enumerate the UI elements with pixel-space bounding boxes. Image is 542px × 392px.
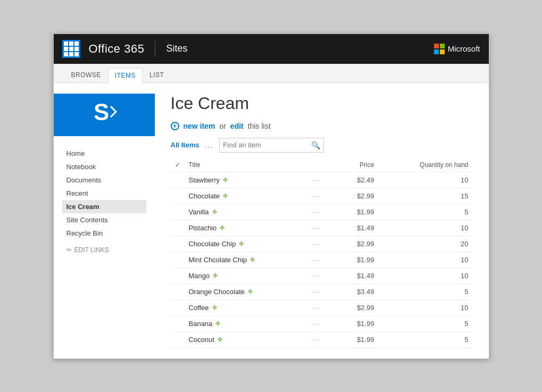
row-quantity-8: 10 [378,299,472,315]
item-name-text-3: Pistachio [189,224,217,232]
row-ellipsis-9[interactable]: ··· [308,315,336,331]
row-quantity-3: 10 [378,220,472,236]
sidebar-item-ice-cream[interactable]: Ice Cream [62,200,146,213]
item-edit-icon-0[interactable]: ✤ [223,177,228,184]
sidebar-item-recycle-bin[interactable]: Recycle Bin [62,227,146,240]
pencil-icon: ✏ [66,246,72,254]
item-name-text-2: Vanilla [189,208,209,216]
item-edit-icon-6[interactable]: ✤ [213,272,218,279]
item-name-text-7: Orange Chocolate [189,288,245,296]
row-title-5: Mint Chcolate Chip ✤ [185,252,308,268]
table-row: Coconut ✤ ··· $1.99 5 [171,331,473,347]
row-quantity-7: 5 [378,283,472,299]
tab-browse[interactable]: BROWSE [64,68,108,82]
row-title-8: Coffee ✤ [185,299,308,315]
all-items-view[interactable]: All Items [171,141,199,149]
row-title-7: Orange Chocolate ✤ [185,283,308,299]
row-check-8 [171,299,185,315]
new-item-bar: + new item or edit this list [171,122,473,130]
row-ellipsis-6[interactable]: ··· [308,268,336,283]
item-name-text-5: Mint Chcolate Chip [189,256,247,264]
table-row: Coffee ✤ ··· $2.99 10 [171,299,473,315]
item-edit-icon-4[interactable]: ✤ [239,240,244,247]
app-title: Office 365 [89,42,145,56]
sidebar-item-notebook[interactable]: Notebook [62,160,146,173]
row-ellipsis-10[interactable]: ··· [308,331,336,347]
check-column-header: ✓ [171,158,185,172]
new-item-button[interactable]: new item [184,122,215,130]
title-column-header: Title [185,158,308,172]
item-edit-icon-1[interactable]: ✤ [223,193,228,199]
row-title-4: Chocolate Chip ✤ [185,236,308,252]
item-name-text-4: Chocolate Chip [189,240,236,248]
new-item-plus-icon: + [171,122,179,130]
item-edit-icon-8[interactable]: ✤ [212,304,217,311]
row-check-9 [171,315,185,331]
row-check-3 [171,220,185,236]
item-edit-icon-10[interactable]: ✤ [218,336,222,343]
content-area: Ice Cream + new item or edit this list A… [155,83,489,358]
edit-links-button[interactable]: ✏ EDIT LINKS [62,240,146,260]
table-row: Stawberry ✤ ··· $2.49 10 [171,172,473,188]
sidebar-item-recent[interactable]: Recent [62,187,146,200]
row-price-6: $1.49 [336,268,378,283]
price-column-header: Price [336,158,378,172]
table-row: Vanilla ✤ ··· $1.99 5 [171,204,473,220]
row-quantity-6: 10 [378,268,472,283]
row-price-3: $1.49 [336,220,378,236]
item-edit-icon-2[interactable]: ✤ [212,208,217,215]
sidebar-item-documents[interactable]: Documents [62,173,146,187]
view-options-button[interactable]: ... [205,141,214,149]
row-price-8: $2.99 [336,299,378,315]
sidebar-nav: Home Notebook Documents Recent Ice Cream… [54,147,155,260]
topbar: Office 365 Sites Microsoft [54,34,489,64]
item-edit-icon-9[interactable]: ✤ [215,320,220,327]
row-quantity-0: 10 [378,172,472,188]
row-quantity-10: 5 [378,331,472,347]
item-name-text-10: Coconut [189,336,214,344]
item-edit-icon-3[interactable]: ✤ [220,224,224,231]
app-window: Office 365 Sites Microsoft BROWSE ITEMS … [53,34,489,359]
waffle-button[interactable] [62,40,80,58]
row-title-10: Coconut ✤ [185,331,308,347]
row-title-6: Mango ✤ [185,268,308,283]
row-price-10: $1.99 [336,331,378,347]
table-row: Chocolate Chip ✤ ··· $2.99 20 [171,236,473,252]
or-text: or [219,122,226,130]
search-box: 🔍 [219,138,324,153]
main-layout: S Home Notebook Documents Recent Ice Cre… [54,83,489,358]
sidebar-item-site-contents[interactable]: Site Contents [62,213,146,227]
item-name-text-0: Stawberry [189,176,220,184]
item-name-text-6: Mango [189,272,210,280]
row-check-0 [171,172,185,188]
tab-items[interactable]: ITEMS [108,68,143,83]
tab-list[interactable]: LIST [143,68,171,82]
table-row: Banana ✤ ··· $1.99 5 [171,315,473,331]
quantity-column-header: Quantity on hand [378,158,472,172]
item-edit-icon-5[interactable]: ✤ [250,256,255,263]
item-name-text-9: Banana [189,320,213,328]
row-ellipsis-0[interactable]: ··· [308,172,336,188]
row-ellipsis-1[interactable]: ··· [308,188,336,204]
row-check-4 [171,236,185,252]
row-ellipsis-3[interactable]: ··· [308,220,336,236]
edit-list-link[interactable]: edit [230,122,244,130]
search-input[interactable] [223,141,308,149]
search-icon[interactable]: 🔍 [311,141,320,149]
row-ellipsis-8[interactable]: ··· [308,299,336,315]
item-edit-icon-7[interactable]: ✤ [248,288,253,295]
row-ellipsis-7[interactable]: ··· [308,283,336,299]
table-row: Mango ✤ ··· $1.49 10 [171,268,473,283]
row-check-7 [171,283,185,299]
sidebar-item-home[interactable]: Home [62,147,146,160]
row-ellipsis-2[interactable]: ··· [308,204,336,220]
row-title-9: Banana ✤ [185,315,308,331]
sharepoint-icon: S [88,96,120,128]
row-check-10 [171,331,185,347]
row-ellipsis-5[interactable]: ··· [308,252,336,268]
this-list-text: this list [248,122,271,130]
row-price-9: $1.99 [336,315,378,331]
row-price-0: $2.49 [336,172,378,188]
row-ellipsis-4[interactable]: ··· [308,236,336,252]
row-price-7: $3.49 [336,283,378,299]
